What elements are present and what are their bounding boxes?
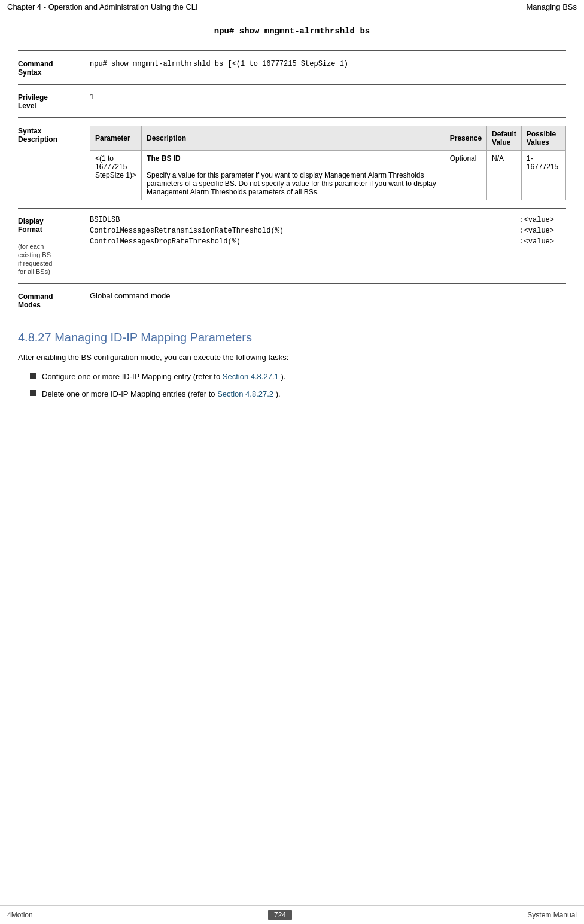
bullet-1-link[interactable]: Section 4.8.27.1 — [223, 372, 279, 381]
default-cell: N/A — [487, 151, 522, 200]
page-header: Chapter 4 - Operation and Administration… — [0, 0, 584, 14]
command-syntax-text: npu# show mngmnt-alrmthrshld bs [<(1 to … — [90, 60, 348, 68]
page-number: 724 — [268, 910, 292, 920]
page-footer: 4Motion 724 System Manual — [0, 905, 584, 924]
section-427-container: 4.8.27 Managing ID-IP Mapping Parameters… — [18, 331, 566, 400]
command-modes-content: Global command mode — [90, 291, 566, 309]
col-header-possible: PossibleValues — [521, 126, 565, 151]
syntax-description-content: Parameter Description Presence DefaultVa… — [90, 126, 566, 200]
footer-right: System Manual — [527, 911, 577, 919]
bs-id-description: Specify a value for this parameter if yo… — [147, 171, 436, 196]
syntax-description-label: SyntaxDescription — [18, 126, 90, 200]
display-value-1: :<value> — [519, 216, 554, 224]
bullet-square-1 — [30, 373, 36, 379]
footer-left: 4Motion — [7, 911, 33, 919]
bullet-2-text: Delete one or more ID-IP Mapping entries… — [42, 389, 217, 398]
bullet-2-after: ). — [276, 389, 281, 398]
privilege-level-value: 1 — [90, 92, 94, 101]
display-key-3: ControlMessagesDropRateThreshold(%) — [90, 237, 241, 246]
bullet-text-2: Delete one or more ID-IP Mapping entries… — [42, 388, 281, 400]
col-header-description: Description — [142, 126, 445, 151]
display-line-1: BSIDLSB :<value> — [90, 216, 566, 224]
bullet-1-after: ). — [281, 372, 285, 381]
syntax-description-section: SyntaxDescription Parameter Description … — [18, 117, 566, 208]
command-heading: npu# show mngmnt-alrmthrshld bs — [18, 26, 566, 36]
bullet-1-text: Configure one or more ID-IP Mapping entr… — [42, 372, 223, 381]
privilege-level-label: PrivilegeLevel — [18, 92, 90, 110]
command-syntax-section: CommandSyntax npu# show mngmnt-alrmthrsh… — [18, 50, 566, 84]
main-content: npu# show mngmnt-alrmthrshld bs CommandS… — [0, 14, 584, 418]
bullet-text-1: Configure one or more ID-IP Mapping entr… — [42, 371, 285, 383]
display-value-2: :<value> — [519, 227, 554, 235]
bullet-2-link[interactable]: Section 4.8.27.2 — [217, 389, 273, 398]
display-format-content: BSIDLSB :<value> ControlMessagesRetransm… — [90, 216, 566, 276]
bullet-item-1: Configure one or more ID-IP Mapping entr… — [30, 371, 566, 383]
display-key-1: BSIDLSB — [90, 216, 120, 224]
display-value-3: :<value> — [519, 237, 554, 246]
bullet-square-2 — [30, 390, 36, 396]
table-row: <(1 to 16777215StepSize 1)> The BS ID Sp… — [90, 151, 566, 200]
param-cell: <(1 to 16777215StepSize 1)> — [90, 151, 142, 200]
possible-cell: 1-16777215 — [521, 151, 565, 200]
display-format-sublabel: (for eachexisting BSif requestedfor all … — [18, 243, 52, 275]
header-right: Managing BSs — [526, 2, 577, 11]
bullet-item-2: Delete one or more ID-IP Mapping entries… — [30, 388, 566, 400]
command-syntax-content: npu# show mngmnt-alrmthrshld bs [<(1 to … — [90, 59, 566, 77]
section-427-heading: 4.8.27 Managing ID-IP Mapping Parameters — [18, 331, 566, 344]
command-modes-label: CommandModes — [18, 291, 90, 309]
privilege-level-content: 1 — [90, 92, 566, 110]
syntax-table: Parameter Description Presence DefaultVa… — [90, 126, 566, 200]
section-427-intro: After enabling the BS configuration mode… — [18, 352, 566, 364]
display-line-2: ControlMessagesRetransmissionRateThresho… — [90, 227, 566, 235]
command-modes-section: CommandModes Global command mode — [18, 283, 566, 316]
display-format-section: DisplayFormat (for eachexisting BSif req… — [18, 208, 566, 283]
display-format-label: DisplayFormat (for eachexisting BSif req… — [18, 216, 90, 276]
command-modes-value: Global command mode — [90, 291, 170, 300]
presence-cell: Optional — [445, 151, 486, 200]
privilege-level-section: PrivilegeLevel 1 — [18, 84, 566, 117]
display-line-3: ControlMessagesDropRateThreshold(%) :<va… — [90, 237, 566, 246]
bs-id-label: The BS ID — [147, 154, 181, 163]
command-syntax-label: CommandSyntax — [18, 59, 90, 77]
col-header-presence: Presence — [445, 126, 486, 151]
header-left: Chapter 4 - Operation and Administration… — [7, 2, 198, 11]
description-cell: The BS ID Specify a value for this param… — [142, 151, 445, 200]
col-header-default: DefaultValue — [487, 126, 522, 151]
display-key-2: ControlMessagesRetransmissionRateThresho… — [90, 227, 284, 235]
col-header-parameter: Parameter — [90, 126, 142, 151]
